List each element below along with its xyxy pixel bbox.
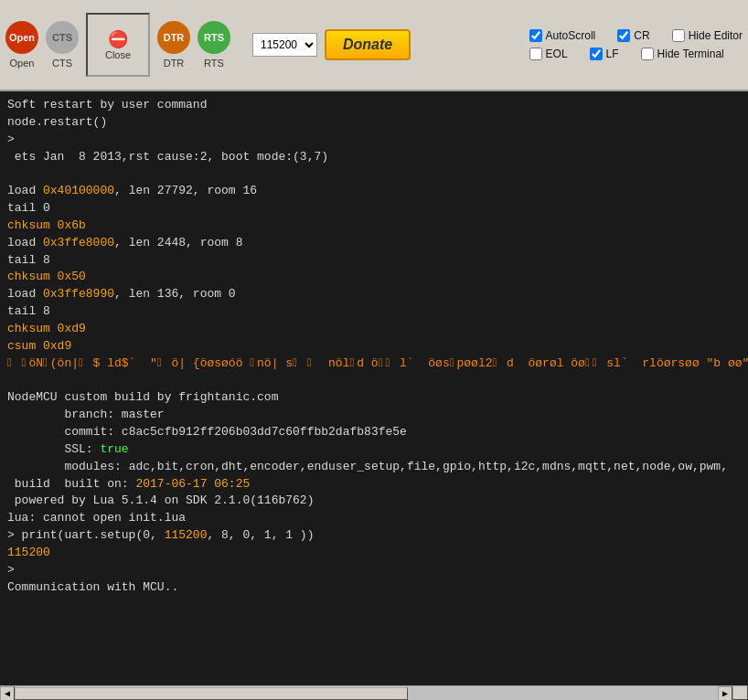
open-button[interactable]: Open (5, 21, 38, 54)
rts-button[interactable]: RTS (198, 21, 230, 54)
dtr-group: DTR DTR (157, 21, 190, 69)
terminal-line: tail 0 (7, 200, 741, 217)
close-button[interactable]: ⛔ Close (86, 13, 150, 77)
terminal-line: branch: master (7, 407, 741, 424)
hide-editor-checkbox[interactable] (672, 29, 685, 42)
terminal-line: chksum 0x6b (7, 217, 741, 235)
terminal-line: load 0x40100000, len 27792, room 16 (7, 183, 741, 200)
terminal-line: load 0x3ffe8000, len 2448, room 8 (7, 235, 741, 252)
terminal-line: lua: cannot open init.lua (7, 510, 741, 527)
autoscroll-checkbox[interactable] (529, 29, 542, 42)
horizontal-scrollbar[interactable]: ◀ ▶ (0, 685, 748, 700)
cts-button[interactable]: CTS (46, 21, 79, 54)
terminal-line: Soft restart by user command (7, 97, 741, 114)
terminal-line: csum 0xd9 (7, 338, 741, 355)
hide-editor-label: Hide Editor (689, 29, 743, 42)
terminal-line: > (7, 132, 741, 149)
terminal-line: load 0x3ffe8990, len 136, room 0 (7, 286, 741, 303)
terminal-line: tail 8 (7, 303, 741, 321)
hide-terminal-checkbox[interactable] (641, 48, 654, 60)
close-label: Close (105, 49, 131, 60)
terminal-line (7, 373, 741, 390)
hscroll-right-button[interactable]: ▶ (718, 686, 732, 701)
terminal-line: SSL: true (7, 441, 741, 459)
cr-label: CR (634, 29, 649, 42)
donate-button[interactable]: Donate (325, 29, 411, 60)
hscroll-track (15, 686, 748, 700)
eol-label: EOL (546, 48, 568, 60)
cts-group: CTS CTS (46, 21, 79, 69)
terminal-line: modules: adc,bit,cron,dht,encoder,enduse… (7, 459, 741, 476)
cr-checkbox[interactable] (617, 29, 630, 42)
rts-group: RTS RTS (198, 21, 230, 69)
hscroll-thumb[interactable] (15, 687, 408, 700)
toolbar: Open Open CTS CTS ⛔ Close DTR DTR RTS RT… (0, 0, 748, 91)
terminal-line:    öN (ön|  $ ld$` "  ö| {öøsøóö  nö| s … (7, 355, 741, 373)
terminal[interactable]: Soft restart by user commandnode.restart… (0, 91, 748, 685)
terminal-line: build built on: 2017-06-17 06:25 (7, 476, 741, 493)
terminal-line: node.restart() (7, 114, 741, 132)
open-label: Open (10, 58, 35, 69)
rts-label: RTS (204, 58, 224, 69)
autoscroll-row: AutoScroll CR Hide Editor (529, 29, 743, 42)
close-icon: ⛔ (108, 29, 128, 49)
terminal-line: Communication with MCU.. (7, 579, 741, 597)
autoscroll-label: AutoScroll (546, 29, 596, 42)
terminal-line (7, 165, 741, 183)
terminal-line: chksum 0x50 (7, 269, 741, 286)
terminal-line: 115200 (7, 545, 741, 562)
vscroll-corner (732, 685, 748, 700)
lf-checkbox[interactable] (590, 48, 603, 60)
hscroll-left-button[interactable]: ◀ (0, 686, 15, 701)
dtr-label: DTR (164, 58, 185, 69)
hide-terminal-label: Hide Terminal (657, 48, 724, 60)
dtr-button[interactable]: DTR (157, 21, 190, 54)
eol-checkbox[interactable] (529, 48, 542, 60)
terminal-line: commit: c8ac5cfb912ff206b03dd7c60ffbb2da… (7, 424, 741, 441)
terminal-line: > print(uart.setup(0, 115200, 8, 0, 1, 1… (7, 527, 741, 545)
eol-row: EOL LF Hide Terminal (529, 48, 743, 60)
terminal-line: powered by Lua 5.1.4 on SDK 2.1.0(116b76… (7, 493, 741, 510)
terminal-line: > (7, 562, 741, 579)
open-group: Open Open (5, 21, 38, 69)
lf-label: LF (606, 48, 619, 60)
terminal-line: ets Jan 8 2013,rst cause:2, boot mode:(3… (7, 149, 741, 166)
terminal-line: chksum 0xd9 (7, 321, 741, 338)
baud-select[interactable]: 3001200240048009600192003840057600115200… (252, 33, 317, 57)
terminal-line: tail 8 (7, 252, 741, 270)
terminal-container: Soft restart by user commandnode.restart… (0, 91, 748, 700)
cts-label: CTS (52, 58, 72, 69)
checkboxes: AutoScroll CR Hide Editor EOL LF Hide Te… (529, 29, 743, 60)
terminal-line: NodeMCU custom build by frightanic.com (7, 389, 741, 407)
